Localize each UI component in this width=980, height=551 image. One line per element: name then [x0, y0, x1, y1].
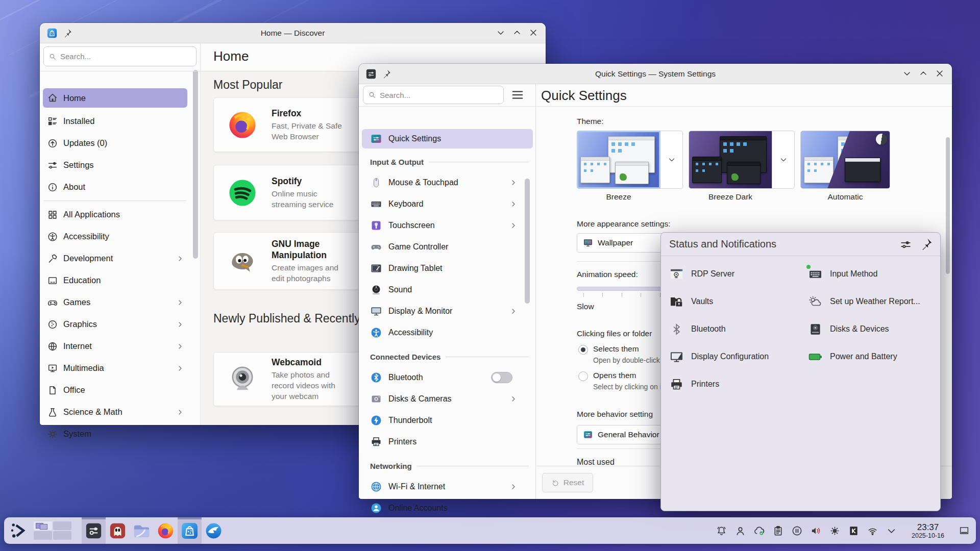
cloud-sync-icon[interactable]	[753, 525, 765, 537]
sidebar-item-drawing-tablet[interactable]: Drawing Tablet	[362, 258, 533, 279]
chevron-down-icon[interactable]	[886, 525, 897, 537]
theme-breeze-variants-button[interactable]	[660, 131, 683, 189]
task-system-settings[interactable]	[82, 517, 106, 544]
status-item-power-and-battery[interactable]: Power and Battery	[808, 347, 897, 366]
sidebar-item-all-applications[interactable]: All Applications	[43, 204, 187, 226]
desktop-1[interactable]	[34, 521, 52, 530]
status-item-set-up-weather-report[interactable]: Set up Weather Report...	[808, 292, 920, 311]
volume-icon[interactable]	[810, 525, 822, 537]
close-button[interactable]	[935, 68, 945, 79]
sidebar-item-installed[interactable]: Installed	[43, 110, 187, 132]
discover-sidebar-scrollbar[interactable]	[193, 70, 198, 259]
sidebar-item-wi-fi-internet[interactable]: Wi-Fi & Internet	[362, 476, 533, 497]
minimize-button[interactable]	[496, 28, 506, 38]
status-item-display-configuration[interactable]: Display Configuration	[669, 347, 769, 366]
sidebar-item-online-accounts[interactable]: Online Accounts	[362, 497, 533, 519]
status-item-printers[interactable]: Printers	[669, 375, 719, 393]
settings-content-scrollbar[interactable]	[946, 137, 950, 274]
weather-icon	[808, 294, 823, 309]
task-discover[interactable]	[178, 517, 202, 544]
sidebar-item-display-monitor[interactable]: Display & Monitor	[362, 300, 533, 322]
task-ghost-icon	[108, 521, 127, 540]
sidebar-item-development[interactable]: Development	[43, 247, 187, 269]
app-launcher-button[interactable]	[9, 521, 29, 540]
theme-automatic-thumbnail[interactable]	[800, 131, 890, 189]
minimize-button[interactable]	[902, 68, 912, 79]
theme-breeze-thumbnail[interactable]	[577, 131, 660, 189]
reset-button[interactable]: Reset	[542, 473, 593, 492]
brightness-icon[interactable]	[829, 525, 841, 537]
sidebar-item-accessibility[interactable]: Accessibility	[43, 226, 187, 247]
show-desktop-button[interactable]	[959, 525, 970, 536]
education-icon	[47, 275, 58, 286]
settings-titlebar[interactable]: Quick Settings — System Settings	[359, 64, 952, 84]
theme-card-breeze-dark[interactable]	[689, 131, 795, 189]
sidebar-item-bluetooth[interactable]: Bluetooth	[362, 367, 533, 388]
settings-sidebar-scrollbar[interactable]	[525, 179, 530, 304]
discover-search-input[interactable]: Search...	[43, 46, 197, 66]
user-icon[interactable]	[734, 525, 746, 537]
sidebar-item-keyboard[interactable]: Keyboard	[362, 193, 533, 215]
opens-them-radio[interactable]	[578, 371, 588, 381]
sidebar-item-thunderbolt[interactable]: Thunderbolt	[362, 410, 533, 431]
settings-search-input[interactable]: Search...	[363, 86, 504, 104]
close-button[interactable]	[528, 28, 538, 38]
status-item-input-method[interactable]: Input Method	[808, 265, 877, 283]
status-item-label: Disks & Devices	[830, 324, 889, 334]
task-ghostwriter[interactable]	[106, 517, 130, 544]
sidebar-item-office[interactable]: Office	[43, 379, 187, 401]
sidebar-item-quick-settings[interactable]: Quick Settings	[362, 129, 533, 148]
theme-card-automatic[interactable]	[800, 131, 890, 189]
sidebar-item-accessibility[interactable]: Accessibility	[362, 322, 533, 343]
sidebar-item-graphics[interactable]: Graphics	[43, 313, 187, 335]
task-dolphin[interactable]	[130, 517, 154, 544]
sidebar-item-touchscreen[interactable]: Touchscreen	[362, 215, 533, 236]
sidebar-item-disks-cameras[interactable]: Disks & Cameras	[362, 388, 533, 410]
task-falkon[interactable]	[202, 517, 226, 544]
sidebar-item-settings[interactable]: Settings	[43, 154, 187, 176]
desktop-4[interactable]	[53, 531, 71, 540]
sidebar-item-printers[interactable]: Printers	[362, 431, 533, 453]
spotify-app-icon	[226, 177, 259, 209]
hamburger-menu-button[interactable]	[510, 88, 525, 102]
status-item-bluetooth[interactable]: Bluetooth	[669, 320, 726, 338]
clipboard-icon[interactable]	[772, 525, 784, 537]
sidebar-item-updates-0[interactable]: Updates (0)	[43, 132, 187, 154]
notifications-icon[interactable]	[716, 525, 727, 537]
virtual-desktop-pager[interactable]	[34, 521, 72, 540]
sidebar-item-about[interactable]: About	[43, 176, 187, 198]
sidebar-item-home[interactable]: Home	[43, 88, 187, 108]
maximize-button[interactable]	[512, 28, 522, 38]
bluetooth-toggle[interactable]	[491, 372, 512, 383]
maximize-button[interactable]	[918, 68, 928, 79]
status-item-rdp-server[interactable]: RDP Server	[669, 265, 734, 283]
sidebar-item-science-math[interactable]: Science & Math	[43, 401, 187, 423]
status-item-disks-devices[interactable]: Disks & Devices	[808, 320, 889, 338]
wifi-icon[interactable]	[867, 525, 878, 537]
status-item-vaults[interactable]: Vaults	[669, 292, 713, 311]
sidebar-item-mouse-touchpad[interactable]: Mouse & Touchpad	[362, 172, 533, 193]
sidebar-item-sound[interactable]: Sound	[362, 279, 533, 300]
sidebar-item-internet[interactable]: Internet	[43, 335, 187, 357]
theme-breeze-dark-variants-button[interactable]	[772, 131, 795, 189]
theme-card-breeze[interactable]	[577, 131, 683, 189]
desktop-3[interactable]	[34, 531, 52, 540]
kate-icon[interactable]	[848, 525, 860, 537]
media-pause-icon[interactable]	[791, 525, 803, 537]
sidebar-item-multimedia[interactable]: Multimedia	[43, 357, 187, 379]
battery-icon	[808, 349, 823, 364]
popup-pin-icon[interactable]	[919, 237, 933, 251]
touchscreen-icon	[370, 219, 382, 232]
selects-them-radio[interactable]	[578, 345, 588, 355]
configure-icon[interactable]	[899, 238, 912, 251]
sidebar-item-label: Wi-Fi & Internet	[388, 482, 445, 491]
sidebar-item-education[interactable]: Education	[43, 269, 187, 291]
desktop-2[interactable]	[53, 521, 71, 530]
sidebar-item-games[interactable]: Games	[43, 291, 187, 313]
discover-titlebar[interactable]: Home — Discover	[40, 23, 546, 43]
sidebar-item-game-controller[interactable]: Game Controller	[362, 236, 533, 258]
theme-breeze-dark-thumbnail[interactable]	[689, 131, 772, 189]
sidebar-item-system[interactable]: System	[43, 423, 187, 445]
task-firefox[interactable]	[154, 517, 178, 544]
digital-clock[interactable]: 23:37 2025-10-16	[904, 522, 951, 539]
